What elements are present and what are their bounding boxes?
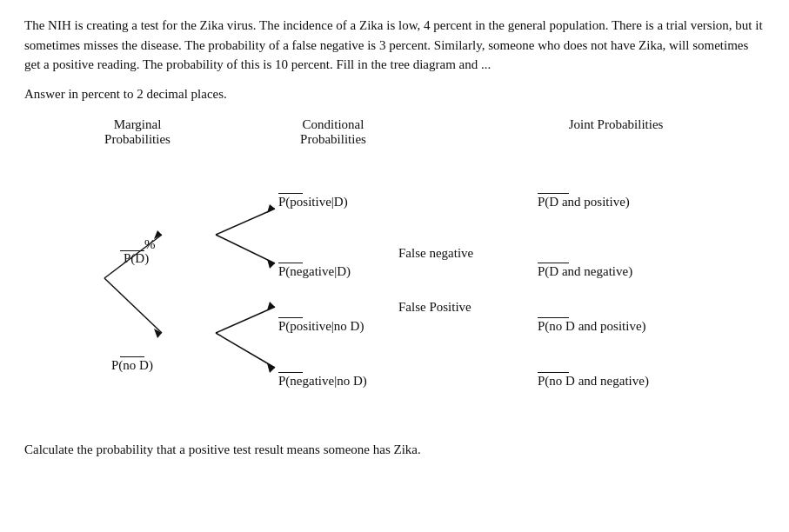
- header-marginal: Marginal Probabilities: [85, 117, 190, 147]
- svg-line-4: [216, 209, 275, 235]
- marginal-pno-d: P(no D): [111, 343, 153, 373]
- joint-p-d-neg: P(D and negative): [538, 249, 632, 279]
- cond-p-neg-d: P(negative|D): [278, 249, 351, 279]
- svg-marker-7: [267, 259, 275, 269]
- cond-p-neg-no-d: P(negative|no D): [278, 359, 367, 389]
- joint-p-no-d-pos: P(no D and positive): [538, 304, 646, 334]
- arrows-svg: [33, 117, 781, 430]
- problem-text: The NIH is creating a test for the Zika …: [24, 16, 765, 75]
- svg-line-6: [216, 235, 275, 263]
- joint-p-no-d-neg: P(no D and negative): [538, 359, 649, 389]
- svg-line-8: [216, 307, 275, 333]
- tree-diagram: Marginal Probabilities Conditional Proba…: [33, 117, 781, 430]
- svg-line-2: [104, 278, 162, 333]
- label-false-positive: False Positive: [398, 300, 471, 315]
- svg-marker-3: [154, 329, 162, 338]
- svg-marker-9: [267, 302, 275, 310]
- joint-p-d-pos: P(D and positive): [538, 180, 630, 209]
- svg-marker-5: [267, 204, 275, 213]
- cond-p-pos-no-d: P(positive|no D): [278, 304, 364, 334]
- label-false-negative: False negative: [398, 246, 473, 261]
- svg-line-10: [216, 333, 275, 368]
- answer-instruction: Answer in percent to 2 decimal places.: [24, 87, 765, 102]
- marginal-pd: P(D): [124, 251, 149, 266]
- svg-marker-11: [267, 363, 275, 373]
- header-conditional: Conditional Probabilities: [277, 117, 390, 147]
- header-joint: Joint Probabilities: [546, 117, 685, 132]
- marginal-pd-pct: %: [120, 237, 156, 252]
- footer-text: Calculate the probability that a positiv…: [24, 442, 765, 457]
- cond-p-pos-d: P(positive|D): [278, 180, 348, 209]
